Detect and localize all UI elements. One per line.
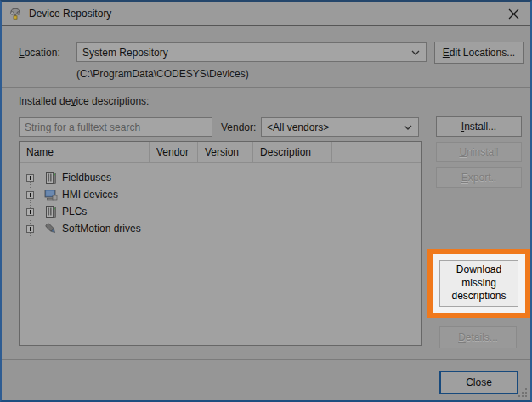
device-tree-panel: Name Vendor Version Description Fieldbus… [19,141,422,346]
location-path: (C:\ProgramData\CODESYS\Devices) [76,68,249,80]
uninstall-button: Uninstall [436,142,522,162]
location-separator [2,87,530,88]
tree-connector [34,178,43,178]
window-title: Device Repository [29,8,111,20]
export-button: Export.. [436,167,522,188]
hmi-icon [44,188,58,201]
column-header-version[interactable]: Version [198,142,253,162]
expand-plus-icon[interactable] [26,174,34,182]
chevron-down-icon [404,125,412,130]
column-header-name[interactable]: Name [20,142,150,162]
vendor-combobox[interactable]: <All vendors> [261,117,419,137]
tree-row-softmotion-drives[interactable]: SoftMotion drives [20,220,421,237]
window-close-button[interactable] [501,4,525,24]
fulltext-search-input[interactable] [19,117,212,137]
tree-header-row: Name Vendor Version Description [20,142,421,163]
tree-item-label: SoftMotion drives [62,223,141,235]
installed-descriptions-label: Installed device descriptions: [19,95,149,107]
column-header-filler [332,142,421,162]
location-selected-value: System Repository [82,47,168,59]
expand-plus-icon[interactable] [26,225,34,233]
expand-plus-icon[interactable] [26,208,34,216]
expand-plus-icon[interactable] [26,191,34,199]
softmotion-drive-icon [44,222,58,235]
tree-row-hmi-devices[interactable]: HMI devices [20,186,421,203]
tree-item-label: Fieldbuses [62,172,111,184]
tree-connector [34,212,43,212]
tree-item-label: PLCs [62,206,87,218]
download-missing-descriptions-button[interactable]: Download missing descriptions [439,260,518,307]
highlight-annotation: Download missing descriptions [427,249,530,318]
edit-locations-button[interactable]: Edit Locations... [434,42,524,64]
tree-connector [34,195,43,195]
resize-grip[interactable] [518,388,528,398]
device-repository-icon [8,7,22,20]
close-icon [508,8,519,20]
fieldbus-icon [44,171,58,184]
tree-item-label: HMI devices [62,189,118,201]
details-button: Details... [439,326,517,348]
location-label: Location: [19,47,60,59]
chevron-down-icon [411,50,420,55]
tree-connector [34,229,43,229]
vendor-selected-value: <All vendors> [267,122,329,133]
close-button[interactable]: Close [439,371,518,394]
location-combobox[interactable]: System Repository [76,42,427,62]
title-bar[interactable]: Device Repository [2,2,530,26]
vendor-label: Vendor: [221,122,256,133]
footer-separator [2,359,530,360]
install-button[interactable]: Install... [436,116,522,137]
column-header-vendor[interactable]: Vendor [150,142,198,162]
tree-row-fieldbuses[interactable]: Fieldbuses [20,169,421,186]
tree-row-plcs[interactable]: PLCs [20,203,421,220]
device-repository-dialog: Device Repository Location: System Repos… [0,0,532,402]
column-header-description[interactable]: Description [253,142,332,162]
plc-icon [44,205,58,218]
